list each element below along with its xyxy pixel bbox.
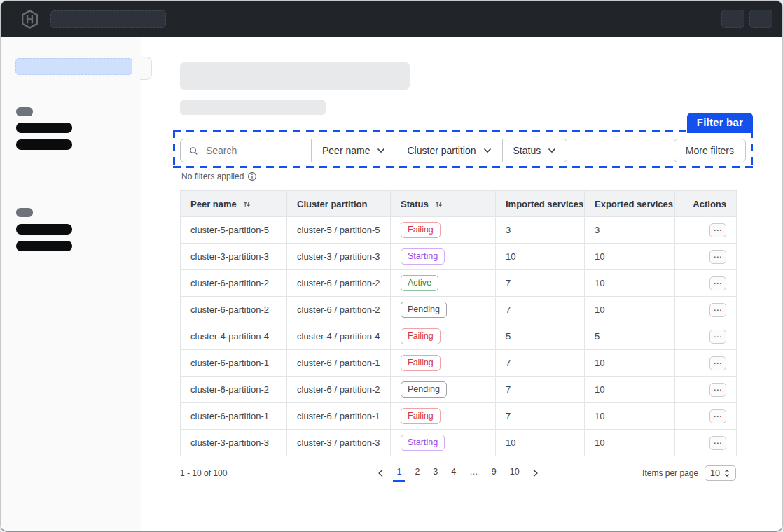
cell-imported-services: 7 [496,350,585,377]
search-field[interactable] [181,139,311,162]
table-body: cluster-5-partition-5 cluster-5 / partit… [181,217,737,456]
top-nav [1,1,782,37]
items-per-page-select[interactable]: 10 [705,465,736,481]
status-badge: Failing [401,355,441,371]
column-header-exported-services[interactable]: Exported services [585,191,675,217]
chevron-down-icon [548,148,556,153]
cell-imported-services: 10 [496,430,585,456]
status-badge: Pending [401,302,447,318]
cell-cluster-partition: cluster-6 / partition-1 [287,403,391,430]
cell-imported-services: 10 [496,244,585,270]
column-header-peer-name[interactable]: Peer name [181,191,287,217]
peers-table: Peer name Cluster partition Status [180,190,737,456]
sidebar-link-skeleton[interactable] [16,122,72,133]
cell-imported-services: 7 [496,377,585,403]
chevron-right-icon [532,469,539,477]
peer-name-filter-dropdown[interactable]: Peer name [311,139,396,162]
status-badge: Failing [401,408,441,424]
sidebar-active-item-skeleton[interactable] [15,58,132,75]
chevron-down-icon [483,148,492,153]
page-number[interactable]: 4 [448,465,459,482]
cell-cluster-partition: cluster-5 / partition-5 [287,217,391,244]
pager: 1234…910 [375,465,541,482]
row-actions-button[interactable]: ⋯ [709,356,726,370]
cell-exported-services: 10 [585,297,675,323]
chevron-down-icon [377,148,385,153]
sort-icon[interactable] [242,200,251,209]
cell-peer-name: cluster-6-partition-1 [181,403,287,430]
row-actions-button[interactable]: ⋯ [709,383,726,397]
cell-exported-services: 5 [585,323,675,350]
more-filters-button[interactable]: More filters [674,139,746,162]
cell-peer-name: cluster-6-partition-1 [181,350,287,377]
main-content: Filter bar Peer name [141,37,782,531]
row-actions-button[interactable]: ⋯ [709,276,726,290]
row-actions-button[interactable]: ⋯ [709,303,726,317]
nav-button-skeleton[interactable] [749,10,772,28]
page-subtitle-skeleton [180,100,326,115]
row-actions-button[interactable]: ⋯ [709,330,726,344]
page-number[interactable]: 2 [411,465,423,482]
cell-cluster-partition: cluster-3 / partition-3 [287,430,391,456]
table-row: cluster-3-partition-3 cluster-3 / partit… [181,430,737,456]
status-badge: Starting [401,248,445,265]
search-input[interactable] [205,144,303,157]
cell-exported-services: 10 [585,377,675,403]
cell-imported-services: 7 [496,270,585,297]
column-header-status[interactable]: Status [391,191,496,217]
table-row: cluster-3-partition-3 cluster-3 / partit… [181,244,737,270]
nav-search-skeleton[interactable] [50,10,166,28]
cell-peer-name: cluster-6-partition-2 [181,297,287,323]
cell-exported-services: 10 [585,244,675,270]
prev-page-button[interactable] [375,468,387,479]
cell-peer-name: cluster-5-partition-5 [181,217,287,244]
page-number[interactable]: 1 [393,465,405,482]
sidebar-link-skeleton[interactable] [16,224,72,234]
row-actions-button[interactable]: ⋯ [709,410,726,424]
pagination-bar: 1 - 10 of 100 1234…910 Items per page [180,465,736,482]
sidebar-link-skeleton[interactable] [16,241,72,251]
status-filter-dropdown[interactable]: Status [502,139,567,162]
page-number[interactable]: 10 [506,465,523,482]
pagination-range-text: 1 - 10 of 100 [180,468,375,478]
table-row: cluster-6-partition-2 cluster-6 / partit… [181,377,737,403]
page-number[interactable]: 3 [429,465,441,482]
cell-exported-services: 10 [585,270,675,297]
table-row: cluster-4-partition-4 cluster-4 / partit… [181,323,737,350]
cell-cluster-partition: cluster-6 / partition-1 [287,350,391,377]
row-actions-button[interactable]: ⋯ [709,223,726,237]
cell-cluster-partition: cluster-6 / partition-2 [287,297,391,323]
sidebar-link-skeleton[interactable] [16,139,72,150]
cell-imported-services: 7 [496,403,585,430]
cell-imported-services: 7 [496,297,585,323]
sidebar-collapse-handle[interactable] [140,57,152,80]
cell-peer-name: cluster-3-partition-3 [181,430,287,456]
cell-exported-services: 3 [585,217,675,244]
row-actions-button[interactable]: ⋯ [709,436,726,450]
page-number[interactable]: 9 [488,465,500,482]
cell-peer-name: cluster-3-partition-3 [181,244,287,270]
status-badge: Active [401,275,438,291]
cell-peer-name: cluster-6-partition-2 [181,377,287,403]
sort-icon[interactable] [434,200,443,209]
sidebar-section-label-skeleton [16,208,33,217]
column-header-cluster-partition[interactable]: Cluster partition [287,191,391,217]
row-actions-button[interactable]: ⋯ [709,250,726,264]
table-row: cluster-6-partition-2 cluster-6 / partit… [181,297,737,323]
items-per-page-label: Items per page [642,468,698,478]
page-title-skeleton [180,62,410,90]
cell-cluster-partition: cluster-6 / partition-2 [287,377,391,403]
info-icon[interactable] [247,172,257,181]
page-numbers: 1234…910 [393,465,522,482]
column-header-imported-services[interactable]: Imported services [496,191,585,217]
select-arrows-icon [723,469,730,477]
next-page-button[interactable] [529,468,541,479]
cell-cluster-partition: cluster-6 / partition-2 [287,270,391,297]
annotation-label: Filter bar [687,113,753,133]
nav-button-skeleton[interactable] [721,10,744,28]
cluster-partition-filter-dropdown[interactable]: Cluster partition [396,139,501,162]
cell-cluster-partition: cluster-4 / partition-4 [287,323,391,350]
cell-exported-services: 10 [585,430,675,456]
app-window: Filter bar Peer name [0,0,783,532]
status-badge: Failing [401,222,441,238]
